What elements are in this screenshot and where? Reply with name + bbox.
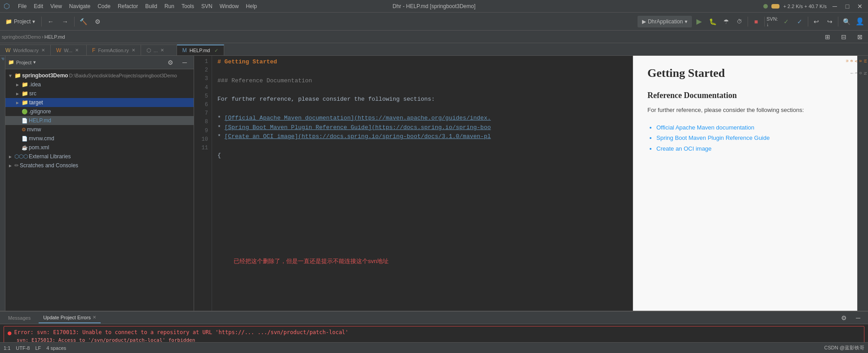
left-sidebar: Proj (0, 56, 5, 353)
menu-tools[interactable]: Tools (179, 2, 197, 10)
menu-window[interactable]: Window (217, 2, 242, 10)
svn-commit-button[interactable]: ✓ (780, 15, 793, 28)
tree-helpmd[interactable]: ► 📄 HELP.md (5, 116, 194, 125)
editor-tabs: W Workflow.ry ✕ W W... ✕ F FormAction.ry… (0, 43, 868, 56)
title-bar: ⬡ File Edit View Navigate Code Refactor … (0, 0, 868, 13)
preview-title: Getting Started (647, 67, 843, 80)
tree-scratches[interactable]: ► ✏ Scratches and Consoles (5, 161, 194, 170)
update-project-errors-tab[interactable]: Update Project Errors ✕ (39, 313, 101, 323)
preview-link-1[interactable]: Official Apache Maven documentation (656, 122, 843, 133)
menu-view[interactable]: View (48, 2, 65, 10)
menu-run[interactable]: Run (162, 2, 177, 10)
project-panel: 📁 Project ▾ ⚙ ─ ▼ 📁 springboot3Demo D:\B… (5, 56, 194, 353)
stop-button[interactable]: ■ (750, 15, 762, 28)
tab-workflow-close[interactable]: ✕ (41, 48, 45, 53)
debug-button[interactable]: 🐛 (706, 15, 719, 28)
app-config-selector[interactable]: ▶ DhrApplication ▾ (638, 16, 692, 27)
project-selector[interactable]: 📁 Project ▾ (2, 18, 39, 26)
window-title: Dhr - HELP.md [springboot3Demo] (393, 3, 476, 9)
toolbar-sep-5 (808, 17, 808, 27)
tab-w2[interactable]: W W... ✕ (51, 45, 87, 55)
tree-src[interactable]: ► 📁 src (5, 89, 194, 98)
tree-target[interactable]: ► 📁 target (5, 98, 194, 107)
tab-formaction-close[interactable]: ✕ (132, 48, 135, 53)
preview-link-3[interactable]: Create an OCI image (656, 143, 843, 154)
menu-build[interactable]: Build (142, 2, 160, 10)
tree-mvnw[interactable]: ► ⚙ mvnw (5, 125, 194, 134)
project-dropdown-arrow: ▾ (33, 59, 36, 65)
menu-code[interactable]: Code (95, 2, 113, 10)
back-button[interactable]: ← (44, 15, 57, 28)
sidebar-project-icon[interactable]: Proj (0, 58, 5, 60)
update-errors-close[interactable]: ✕ (93, 315, 96, 320)
close-button[interactable]: ✕ (855, 2, 864, 11)
search-everywhere-button[interactable]: 🔍 (840, 15, 853, 28)
menu-refactor[interactable]: Refactor (115, 2, 141, 10)
tree-mvnwcmd[interactable]: ► 📄 mvnw.cmd (5, 134, 194, 143)
menu-help[interactable]: Help (243, 2, 260, 10)
tree-pomxml[interactable]: ► ☕ pom.xml (5, 143, 194, 152)
settings-button[interactable]: ⚙ (92, 15, 104, 28)
tab-formaction-label: FormAction.ry (98, 48, 128, 53)
menu-file[interactable]: File (15, 2, 29, 10)
tree-external-libs[interactable]: ► ⬡⬡⬡ External Libraries (5, 152, 194, 161)
minimize-button[interactable]: ─ (830, 2, 839, 11)
user-button[interactable]: 👤 (854, 15, 866, 28)
layout-toggle-1[interactable]: ⊞ (821, 31, 834, 43)
tab-w2-close[interactable]: ✕ (75, 48, 79, 53)
code-content[interactable]: # Getting Started ### Reference Document… (212, 56, 633, 353)
project-folder-icon: 📁 (5, 18, 12, 25)
tree-idea-label: .idea (29, 81, 41, 88)
maximize-button[interactable]: □ (843, 2, 852, 11)
tree-idea[interactable]: ► 📁 .idea (5, 80, 194, 89)
code-editor[interactable]: 1 2 3 4 5 6 7 8 9 10 11 # Getting Starte… (194, 56, 633, 353)
maven-icon[interactable]: Maven (859, 59, 868, 63)
tab-helpmd-label: HELP.md (190, 48, 210, 53)
build-button[interactable]: 🔨 (77, 15, 90, 28)
code-line-11: { (217, 151, 627, 161)
project-panel-toolbar: 📁 Project ▾ ⚙ ─ (5, 56, 194, 69)
error-icon-1: ● (8, 329, 11, 336)
preview-link-2[interactable]: Spring Boot Maven Plugin Reference Guide (656, 133, 843, 143)
tree-idea-icon: 📁 (22, 81, 28, 88)
coverage-button[interactable]: ☂ (720, 15, 732, 28)
network-stats: + 2.2 K/s + 40.7 K/s (783, 4, 827, 9)
tree-gitignore[interactable]: ► 🟢 .gitignore (5, 107, 194, 116)
tab-misc-close[interactable]: ✕ (160, 48, 164, 53)
notifications-icon[interactable]: Noti (859, 72, 868, 75)
menu-edit[interactable]: Edit (31, 2, 46, 10)
tab-misc[interactable]: ⬡ ... ✕ (141, 45, 177, 55)
messages-tab[interactable]: Messages (4, 313, 35, 323)
tab-helpmd[interactable]: M HELP.md ✓ (177, 45, 225, 55)
undo-button[interactable]: ↩ (810, 15, 823, 28)
forward-button[interactable]: → (59, 15, 71, 28)
svn-update-button[interactable]: SVN: ↓ (766, 15, 779, 28)
tree-pomxml-icon: ☕ (22, 145, 28, 151)
redo-button[interactable]: ↪ (824, 15, 836, 28)
profile-button[interactable]: ⏱ (733, 15, 746, 28)
bottom-panel-minimize[interactable]: ─ (852, 312, 864, 324)
run-button[interactable]: ▶ (693, 15, 705, 28)
layout-toggle-3[interactable]: ⊠ (854, 31, 866, 43)
tree-helpmd-label: HELP.md (29, 117, 51, 124)
tab-w2-icon: W (56, 47, 61, 54)
tab-workflow[interactable]: W Workflow.ry ✕ (0, 45, 51, 55)
svn-check-button[interactable]: ✓ (793, 15, 806, 28)
project-panel-minimize[interactable]: ─ (178, 56, 191, 69)
bottom-panel: Messages Update Project Errors ✕ ⚙ ─ ● E… (0, 311, 868, 342)
project-panel-gear[interactable]: ⚙ (164, 56, 177, 69)
tree-root[interactable]: ▼ 📁 springboot3Demo D:\BaiduSyncdisk\Ide… (5, 71, 194, 80)
menu-navigate[interactable]: Navigate (66, 2, 93, 10)
bottom-panel-tabs: Messages Update Project Errors ✕ ⚙ ─ (0, 312, 868, 324)
code-line-1: # Getting Started (217, 58, 627, 67)
tree-src-icon: 📁 (22, 90, 28, 97)
tree-scratches-icon: ✏ (14, 162, 19, 169)
bottom-panel-settings[interactable]: ⚙ (837, 312, 850, 324)
layout-toggle-2[interactable]: ⊟ (837, 31, 850, 43)
menu-svn[interactable]: SVN (199, 2, 215, 10)
tab-formaction[interactable]: F FormAction.ry ✕ (87, 45, 141, 55)
tree-scratches-arrow: ► (7, 163, 13, 168)
watermark-text: CSDN @蓝影铁哥 (824, 344, 864, 351)
code-line-6 (217, 104, 627, 114)
editor-area: 1 2 3 4 5 6 7 8 9 10 11 # Getting Starte… (194, 56, 633, 353)
